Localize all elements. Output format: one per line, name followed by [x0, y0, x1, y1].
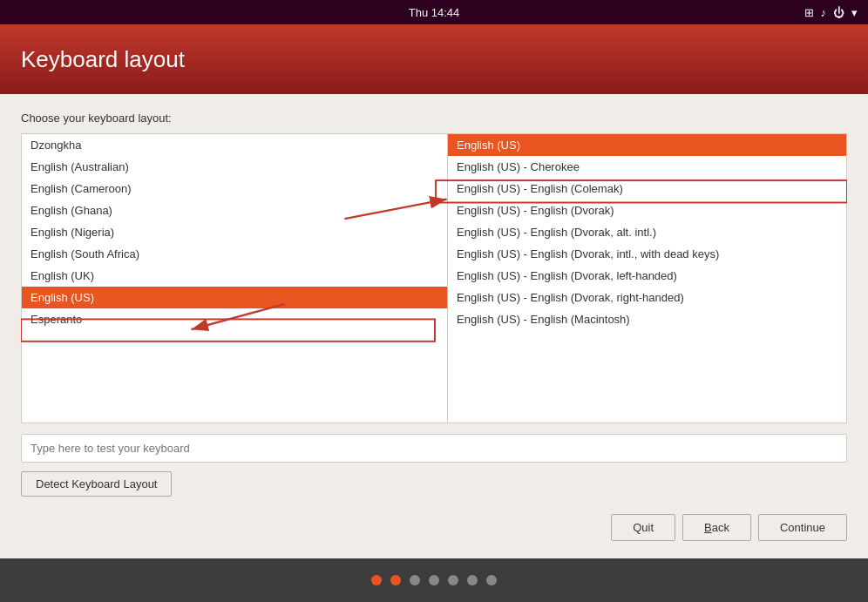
- window-title: Keyboard layout: [21, 46, 185, 73]
- list-item[interactable]: English (Ghana): [22, 200, 447, 221]
- right-list-item[interactable]: English (US) - English (Dvorak, alt. int…: [448, 221, 846, 243]
- pagination-dot-6: [467, 575, 478, 585]
- main-window: Keyboard layout Choose your keyboard lay…: [0, 24, 868, 558]
- detect-keyboard-layout-button[interactable]: Detect Keyboard Layout: [21, 471, 172, 497]
- pagination: [0, 558, 868, 602]
- quit-label: Quit: [633, 521, 654, 534]
- right-list[interactable]: English (US) English (US) - Cherokee Eng…: [448, 133, 847, 423]
- list-item-selected[interactable]: English (US): [22, 287, 447, 308]
- left-list[interactable]: Dzongkha English (Australian) English (C…: [21, 133, 448, 423]
- pagination-dot-7: [486, 575, 497, 585]
- right-list-item[interactable]: English (US) - English (Dvorak, left-han…: [448, 265, 846, 287]
- continue-button[interactable]: Continue: [758, 514, 847, 541]
- list-item[interactable]: English (UK): [22, 265, 447, 287]
- pagination-dot-5: [448, 575, 458, 585]
- bottom-buttons: Quit Back Continue: [21, 514, 847, 541]
- test-input-container: [21, 434, 847, 463]
- list-item[interactable]: English (South Africa): [22, 243, 447, 265]
- chevron-down-icon[interactable]: ▾: [851, 6, 858, 19]
- back-label-rest: ack: [712, 521, 729, 534]
- list-item[interactable]: English (Nigeria): [22, 221, 447, 243]
- pagination-dot-4: [429, 575, 439, 585]
- back-button[interactable]: Back: [682, 514, 751, 541]
- right-list-item[interactable]: English (US) - English (Macintosh): [448, 308, 846, 330]
- right-list-item[interactable]: English (US) - Cherokee: [448, 156, 846, 178]
- detect-button-container: Detect Keyboard Layout: [21, 471, 847, 511]
- pagination-dot-3: [410, 575, 420, 585]
- keyboard-test-input[interactable]: [21, 434, 847, 463]
- quit-button[interactable]: Quit: [611, 514, 675, 541]
- pagination-dot-1: [371, 575, 382, 585]
- pagination-dot-2: [390, 575, 401, 585]
- topbar: Thu 14:44 ⊞ ♪ ⏻ ▾: [0, 0, 868, 24]
- topbar-icons: ⊞ ♪ ⏻ ▾: [804, 6, 858, 19]
- list-item[interactable]: English (Cameroon): [22, 178, 447, 200]
- list-item[interactable]: Dzongkha: [22, 134, 447, 156]
- volume-icon[interactable]: ♪: [821, 6, 827, 19]
- list-item[interactable]: Esperanto: [22, 308, 447, 330]
- continue-label: Continue: [780, 521, 825, 534]
- list-item[interactable]: English (Australian): [22, 156, 447, 178]
- subtitle: Choose your keyboard layout:: [21, 112, 847, 125]
- network-icon[interactable]: ⊞: [804, 6, 814, 19]
- lists-area: Dzongkha English (Australian) English (C…: [21, 133, 847, 423]
- back-label: B: [704, 521, 712, 534]
- right-list-item[interactable]: English (US) - English (Dvorak, right-ha…: [448, 287, 846, 308]
- content-area: Choose your keyboard layout: Dzongkha En…: [0, 94, 868, 558]
- window-header: Keyboard layout: [0, 24, 868, 94]
- right-list-item[interactable]: English (US) - English (Dvorak, intl., w…: [448, 243, 846, 265]
- right-list-item-selected[interactable]: English (US): [448, 134, 846, 156]
- right-list-item[interactable]: English (US) - English (Dvorak): [448, 200, 846, 221]
- topbar-time: Thu 14:44: [409, 6, 460, 19]
- right-list-item[interactable]: English (US) - English (Colemak): [448, 178, 846, 200]
- power-icon[interactable]: ⏻: [833, 6, 844, 19]
